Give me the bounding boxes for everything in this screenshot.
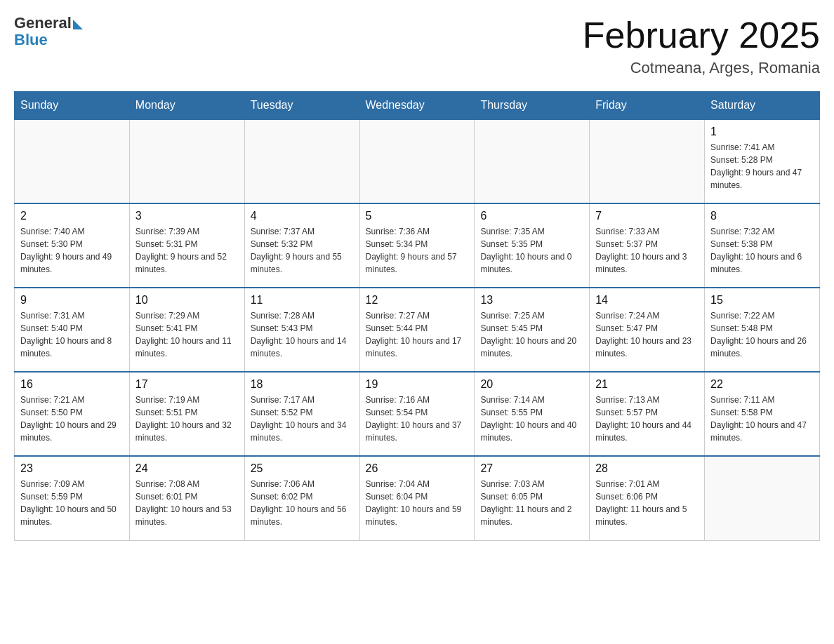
- col-thursday: Thursday: [475, 92, 590, 120]
- day-number: 26: [366, 462, 469, 475]
- calendar-week-row: 16Sunrise: 7:21 AMSunset: 5:50 PMDayligh…: [15, 372, 820, 456]
- calendar-cell: 13Sunrise: 7:25 AMSunset: 5:45 PMDayligh…: [475, 288, 590, 372]
- calendar-cell: 26Sunrise: 7:04 AMSunset: 6:04 PMDayligh…: [359, 456, 475, 540]
- day-number: 19: [366, 378, 469, 391]
- calendar-week-row: 1Sunrise: 7:41 AMSunset: 5:28 PMDaylight…: [15, 119, 820, 203]
- day-number: 27: [480, 462, 583, 475]
- day-info: Sunrise: 7:32 AMSunset: 5:38 PMDaylight:…: [710, 225, 814, 276]
- day-info: Sunrise: 7:25 AMSunset: 5:45 PMDaylight:…: [480, 309, 583, 360]
- calendar-cell: 27Sunrise: 7:03 AMSunset: 6:05 PMDayligh…: [475, 456, 590, 540]
- calendar-cell: [359, 119, 475, 203]
- calendar-cell: 9Sunrise: 7:31 AMSunset: 5:40 PMDaylight…: [15, 288, 130, 372]
- day-number: 21: [595, 378, 699, 391]
- calendar-cell: 28Sunrise: 7:01 AMSunset: 6:06 PMDayligh…: [590, 456, 705, 540]
- calendar-cell: 8Sunrise: 7:32 AMSunset: 5:38 PMDaylight…: [705, 203, 820, 288]
- day-number: 2: [20, 210, 124, 222]
- day-info: Sunrise: 7:01 AMSunset: 6:06 PMDaylight:…: [595, 478, 699, 528]
- calendar-cell: 7Sunrise: 7:33 AMSunset: 5:37 PMDaylight…: [590, 203, 705, 288]
- calendar-week-row: 23Sunrise: 7:09 AMSunset: 5:59 PMDayligh…: [15, 456, 820, 540]
- calendar-cell: [475, 119, 590, 203]
- day-info: Sunrise: 7:11 AMSunset: 5:58 PMDaylight:…: [710, 394, 814, 444]
- day-info: Sunrise: 7:09 AMSunset: 5:59 PMDaylight:…: [20, 478, 124, 528]
- day-number: 25: [251, 462, 354, 475]
- calendar-cell: 11Sunrise: 7:28 AMSunset: 5:43 PMDayligh…: [244, 288, 359, 372]
- day-number: 8: [710, 210, 814, 222]
- calendar-cell: 10Sunrise: 7:29 AMSunset: 5:41 PMDayligh…: [129, 288, 244, 372]
- calendar-cell: [129, 119, 244, 203]
- col-saturday: Saturday: [705, 92, 820, 120]
- day-number: 18: [251, 378, 354, 391]
- calendar-cell: 12Sunrise: 7:27 AMSunset: 5:44 PMDayligh…: [359, 288, 475, 372]
- calendar-cell: 5Sunrise: 7:36 AMSunset: 5:34 PMDaylight…: [359, 203, 475, 288]
- calendar-cell: 16Sunrise: 7:21 AMSunset: 5:50 PMDayligh…: [15, 372, 130, 456]
- day-number: 22: [710, 378, 814, 391]
- day-info: Sunrise: 7:19 AMSunset: 5:51 PMDaylight:…: [135, 394, 239, 444]
- day-number: 11: [251, 294, 354, 307]
- calendar-week-row: 9Sunrise: 7:31 AMSunset: 5:40 PMDaylight…: [15, 288, 820, 372]
- calendar-cell: 17Sunrise: 7:19 AMSunset: 5:51 PMDayligh…: [129, 372, 244, 456]
- calendar-title: February 2025: [583, 14, 820, 56]
- day-info: Sunrise: 7:16 AMSunset: 5:54 PMDaylight:…: [366, 394, 469, 444]
- calendar-cell: 4Sunrise: 7:37 AMSunset: 5:32 PMDaylight…: [244, 203, 359, 288]
- logo-general-text: General: [14, 14, 72, 32]
- day-info: Sunrise: 7:41 AMSunset: 5:28 PMDaylight:…: [710, 141, 814, 192]
- day-info: Sunrise: 7:28 AMSunset: 5:43 PMDaylight:…: [251, 309, 354, 360]
- day-info: Sunrise: 7:40 AMSunset: 5:30 PMDaylight:…: [20, 225, 124, 276]
- day-info: Sunrise: 7:14 AMSunset: 5:55 PMDaylight:…: [480, 394, 583, 444]
- day-info: Sunrise: 7:36 AMSunset: 5:34 PMDaylight:…: [366, 225, 469, 276]
- day-number: 3: [135, 210, 239, 222]
- col-monday: Monday: [129, 92, 244, 120]
- calendar-cell: 20Sunrise: 7:14 AMSunset: 5:55 PMDayligh…: [475, 372, 590, 456]
- calendar-cell: 19Sunrise: 7:16 AMSunset: 5:54 PMDayligh…: [359, 372, 475, 456]
- col-wednesday: Wednesday: [359, 92, 475, 120]
- calendar-cell: [705, 456, 820, 540]
- day-number: 6: [480, 210, 583, 222]
- page-header: General Blue February 2025 Cotmeana, Arg…: [14, 14, 820, 77]
- day-number: 28: [595, 462, 699, 475]
- col-friday: Friday: [590, 92, 705, 120]
- calendar-cell: 18Sunrise: 7:17 AMSunset: 5:52 PMDayligh…: [244, 372, 359, 456]
- calendar-cell: [590, 119, 705, 203]
- day-number: 13: [480, 294, 583, 307]
- day-number: 14: [595, 294, 699, 307]
- day-number: 15: [710, 294, 814, 307]
- day-info: Sunrise: 7:21 AMSunset: 5:50 PMDaylight:…: [20, 394, 124, 444]
- calendar-cell: 21Sunrise: 7:13 AMSunset: 5:57 PMDayligh…: [590, 372, 705, 456]
- day-info: Sunrise: 7:33 AMSunset: 5:37 PMDaylight:…: [595, 225, 699, 276]
- day-info: Sunrise: 7:04 AMSunset: 6:04 PMDaylight:…: [366, 478, 469, 528]
- day-info: Sunrise: 7:24 AMSunset: 5:47 PMDaylight:…: [595, 309, 699, 360]
- day-info: Sunrise: 7:13 AMSunset: 5:57 PMDaylight:…: [595, 394, 699, 444]
- day-number: 4: [251, 210, 354, 222]
- day-info: Sunrise: 7:27 AMSunset: 5:44 PMDaylight:…: [366, 309, 469, 360]
- calendar-cell: 14Sunrise: 7:24 AMSunset: 5:47 PMDayligh…: [590, 288, 705, 372]
- day-info: Sunrise: 7:22 AMSunset: 5:48 PMDaylight:…: [710, 309, 814, 360]
- day-info: Sunrise: 7:06 AMSunset: 6:02 PMDaylight:…: [251, 478, 354, 528]
- day-number: 9: [20, 294, 124, 307]
- day-number: 5: [366, 210, 469, 222]
- calendar-cell: 3Sunrise: 7:39 AMSunset: 5:31 PMDaylight…: [129, 203, 244, 288]
- title-section: February 2025 Cotmeana, Arges, Romania: [583, 14, 820, 77]
- calendar-cell: 22Sunrise: 7:11 AMSunset: 5:58 PMDayligh…: [705, 372, 820, 456]
- day-info: Sunrise: 7:35 AMSunset: 5:35 PMDaylight:…: [480, 225, 583, 276]
- logo-arrow-icon: [73, 20, 83, 29]
- day-number: 10: [135, 294, 239, 307]
- calendar-header-row: Sunday Monday Tuesday Wednesday Thursday…: [15, 92, 820, 120]
- day-number: 7: [595, 210, 699, 222]
- calendar-location: Cotmeana, Arges, Romania: [583, 59, 820, 77]
- day-number: 16: [20, 378, 124, 391]
- calendar-cell: 23Sunrise: 7:09 AMSunset: 5:59 PMDayligh…: [15, 456, 130, 540]
- calendar-cell: 2Sunrise: 7:40 AMSunset: 5:30 PMDaylight…: [15, 203, 130, 288]
- calendar-cell: [244, 119, 359, 203]
- col-tuesday: Tuesday: [244, 92, 359, 120]
- day-number: 1: [710, 126, 814, 138]
- day-info: Sunrise: 7:03 AMSunset: 6:05 PMDaylight:…: [480, 478, 583, 528]
- calendar-table: Sunday Monday Tuesday Wednesday Thursday…: [14, 91, 820, 541]
- calendar-cell: 25Sunrise: 7:06 AMSunset: 6:02 PMDayligh…: [244, 456, 359, 540]
- day-info: Sunrise: 7:29 AMSunset: 5:41 PMDaylight:…: [135, 309, 239, 360]
- logo: General Blue: [14, 14, 83, 49]
- logo-blue-text: Blue: [14, 31, 48, 49]
- day-number: 17: [135, 378, 239, 391]
- calendar-cell: [15, 119, 130, 203]
- day-info: Sunrise: 7:17 AMSunset: 5:52 PMDaylight:…: [251, 394, 354, 444]
- day-info: Sunrise: 7:31 AMSunset: 5:40 PMDaylight:…: [20, 309, 124, 360]
